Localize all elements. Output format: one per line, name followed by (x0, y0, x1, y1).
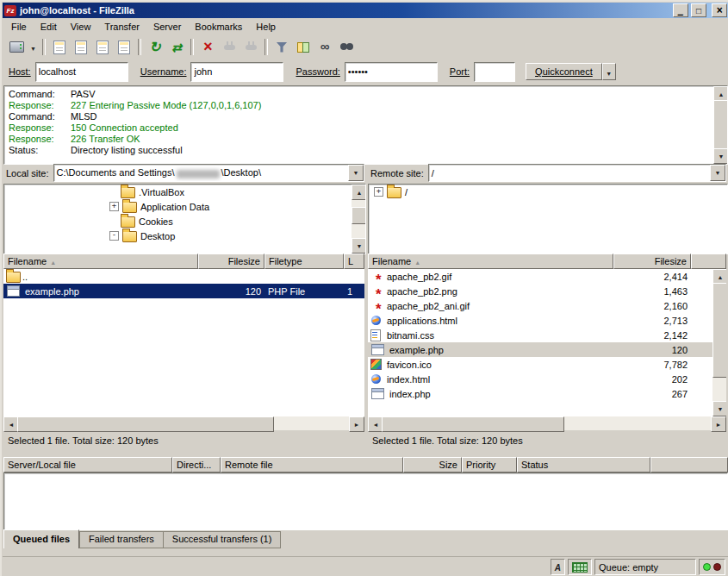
filter-button[interactable] (271, 37, 292, 57)
filter-icon (277, 42, 288, 53)
file-row-parent-dir[interactable]: .. (3, 269, 364, 284)
disconnect-button[interactable] (219, 37, 240, 57)
local-horizontal-scrollbar[interactable] (3, 416, 364, 430)
scroll-down-button[interactable] (352, 238, 366, 254)
file-row-selected[interactable]: example.php120 (368, 342, 726, 357)
log-scrollbar[interactable] (713, 86, 727, 164)
column-header-filename[interactable]: Filename (3, 254, 198, 269)
menu-help[interactable]: Help (249, 19, 283, 34)
toggle-local-tree-button[interactable] (71, 37, 91, 57)
tree-item[interactable]: .VirtualBox (4, 185, 365, 199)
collapse-icon[interactable]: - (109, 231, 119, 241)
site-manager-dropdown[interactable] (28, 37, 39, 57)
tree-item[interactable]: Cookies (4, 214, 365, 229)
column-header-lastmodified[interactable]: L (344, 254, 364, 269)
scrollbar-thumb[interactable] (352, 207, 366, 224)
queue-column-size[interactable]: Size (403, 457, 462, 473)
column-header-blank (691, 254, 726, 269)
file-row[interactable]: index.php267 (368, 386, 726, 401)
menu-file[interactable]: File (4, 19, 34, 34)
quickconnect-button[interactable]: Quickconnect (526, 63, 602, 80)
file-row[interactable]: apache_pb2.gif2,414 (368, 269, 726, 284)
queue-column-server-local-file[interactable]: Server/Local file (3, 457, 172, 473)
file-row[interactable]: favicon.ico7,782 (368, 357, 726, 372)
menu-view[interactable]: View (64, 19, 98, 34)
folder-icon (387, 187, 401, 198)
queue-column-direction[interactable]: Directi... (172, 457, 221, 473)
column-header-filename[interactable]: Filename (368, 254, 613, 269)
close-button[interactable] (712, 3, 727, 17)
find-button[interactable] (336, 37, 357, 57)
file-size: 2,142 (613, 328, 691, 342)
scroll-down-button[interactable] (713, 148, 728, 164)
column-header-filesize[interactable]: Filesize (613, 254, 691, 269)
quickconnect-dropdown[interactable] (602, 63, 616, 80)
menu-bookmarks[interactable]: Bookmarks (188, 19, 249, 34)
tree-item[interactable]: +Application Data (4, 199, 365, 214)
toggle-remote-tree-button[interactable] (92, 37, 113, 57)
transfer-queue-list[interactable] (3, 473, 728, 530)
tree-item[interactable]: -Desktop (4, 229, 365, 243)
scrollbar-thumb[interactable] (382, 416, 564, 432)
local-site-combobox[interactable]: C:\Documents and Settings\\Desktop\ (53, 164, 364, 182)
reconnect-button[interactable] (240, 37, 261, 57)
file-row-selected[interactable]: example.php 120 PHP File 1 (3, 284, 364, 298)
file-size: 7,782 (613, 357, 691, 372)
file-row[interactable]: index.html202 (368, 372, 726, 386)
sync-browsing-button[interactable] (314, 37, 335, 57)
remote-tree: +/ (368, 184, 728, 254)
tab-failed-transfers[interactable]: Failed transfers (79, 531, 163, 548)
scroll-up-button[interactable] (352, 185, 366, 200)
scrollbar-thumb[interactable] (713, 100, 728, 150)
password-input[interactable] (345, 62, 438, 82)
combo-dropdown-button[interactable] (710, 165, 725, 181)
queue-column-remote-file[interactable]: Remote file (221, 457, 403, 473)
scrollbar-thumb[interactable] (712, 283, 726, 378)
folder-icon (121, 216, 135, 228)
scrollbar-thumb[interactable] (17, 416, 274, 432)
tab-successful-transfers[interactable]: Successful transfers (1) (163, 531, 282, 548)
tree-item[interactable]: +/ (369, 185, 727, 199)
menu-transfer[interactable]: Transfer (97, 19, 146, 34)
file-row[interactable]: bitnami.css2,142 (368, 328, 726, 342)
toggle-queue-button[interactable] (114, 37, 134, 57)
compare-button[interactable] (293, 37, 314, 57)
menu-server[interactable]: Server (146, 19, 188, 34)
tab-queued-files[interactable]: Queued files (3, 529, 79, 548)
username-input[interactable] (190, 62, 283, 82)
column-header-filesize[interactable]: Filesize (198, 254, 264, 269)
combo-dropdown-button[interactable] (348, 165, 364, 181)
toggle-message-log-button[interactable] (49, 37, 70, 57)
scroll-right-button[interactable] (711, 416, 726, 432)
minimize-button[interactable] (673, 3, 688, 17)
icon-file-icon (370, 359, 382, 370)
remote-site-label: Remote site: (368, 168, 424, 178)
message-log-icon (53, 41, 65, 54)
port-input[interactable] (474, 62, 515, 82)
maximize-button[interactable] (691, 3, 706, 17)
remote-horizontal-scrollbar[interactable] (368, 416, 726, 430)
cancel-button[interactable] (197, 37, 218, 57)
refresh-button[interactable] (145, 37, 165, 57)
host-input[interactable] (35, 62, 128, 82)
folder-icon (6, 272, 21, 283)
remote-site-combobox[interactable]: / (428, 164, 726, 182)
file-row[interactable]: applications.html2,713 (368, 313, 726, 328)
local-tree-scrollbar[interactable] (352, 185, 365, 254)
queue-column-priority[interactable]: Priority (462, 457, 517, 473)
file-row[interactable]: apache_pb2_ani.gif2,160 (368, 298, 726, 313)
site-manager-button[interactable] (6, 37, 27, 57)
titlebar[interactable]: john@localhost - FileZilla (3, 3, 728, 18)
expand-icon[interactable]: + (374, 187, 383, 197)
menu-edit[interactable]: Edit (34, 19, 64, 34)
file-row[interactable]: apache_pb2.png1,463 (368, 284, 726, 298)
remote-list-scrollbar[interactable] (712, 269, 726, 416)
file-size: 2,160 (613, 298, 691, 313)
queue-column-status[interactable]: Status (517, 457, 650, 473)
scroll-right-button[interactable] (349, 416, 364, 432)
column-header-filetype[interactable]: Filetype (264, 254, 344, 269)
expand-icon[interactable]: + (109, 202, 119, 211)
image-file-icon (371, 271, 384, 283)
scroll-down-button[interactable] (712, 401, 726, 416)
process-queue-button[interactable] (166, 37, 187, 57)
